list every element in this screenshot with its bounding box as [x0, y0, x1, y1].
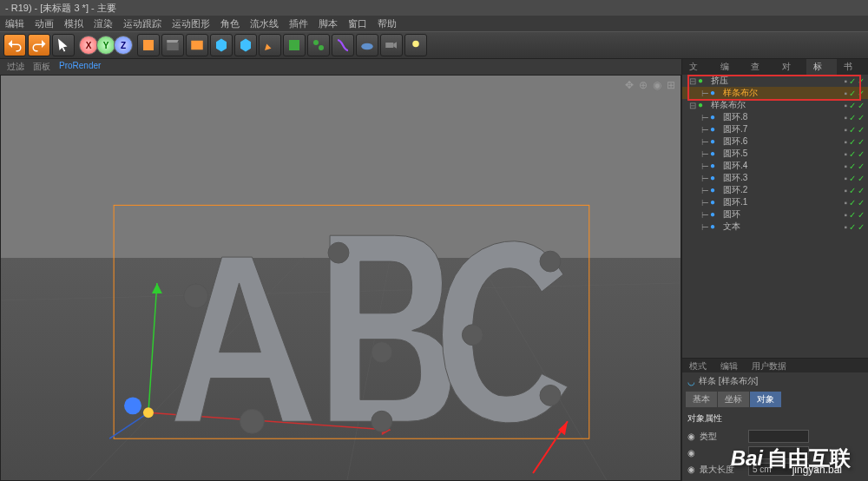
- tree-row[interactable]: ⊢●圆环.8▪✓✓: [682, 111, 868, 123]
- svg-marker-17: [152, 283, 162, 293]
- object-icon: ●: [698, 100, 708, 110]
- object-icon: ●: [710, 209, 720, 220]
- menu-item[interactable]: 动画: [35, 17, 54, 30]
- object-panel-tabs: 文件 编辑 查看 对象 标签 书签: [682, 59, 868, 75]
- clapper-button[interactable]: [161, 34, 184, 56]
- select-tool[interactable]: [52, 34, 75, 56]
- deform-button[interactable]: [332, 34, 354, 56]
- panel-tab[interactable]: 编辑: [713, 59, 745, 75]
- panel-tab[interactable]: 书签: [837, 59, 868, 75]
- svg-line-18: [109, 412, 148, 438]
- attr-header: ◡ 样条 [样条布尔]: [682, 372, 868, 390]
- attr-subtab[interactable]: 坐标: [718, 392, 749, 407]
- viewport-tabs: 过滤 面板 ProRender: [0, 59, 681, 75]
- svg-point-23: [328, 242, 349, 263]
- cube-button[interactable]: [210, 34, 233, 56]
- spline-icon: ◡: [687, 377, 695, 386]
- pen-button[interactable]: [259, 34, 281, 56]
- floor-button[interactable]: [356, 34, 378, 56]
- viewport-3d[interactable]: ✥ ⊕ ◉ ⊞: [0, 75, 681, 481]
- highlight-annotation: [687, 75, 861, 101]
- attr-tab[interactable]: 编辑: [713, 359, 745, 372]
- undo-button[interactable]: [3, 34, 26, 56]
- svg-point-21: [184, 284, 208, 308]
- viewport-tab[interactable]: ProRender: [59, 61, 101, 73]
- type-input[interactable]: [748, 430, 809, 443]
- object-tree[interactable]: ⊟●挤压▪✓✓⊢●样条布尔▪✓✓⊟●样条布尔▪✓✓⊢●圆环.8▪✓✓⊢●圆环.7…: [682, 75, 868, 358]
- tree-row[interactable]: ⊢●圆环▪✓✓: [682, 208, 868, 221]
- menu-item[interactable]: 模拟: [64, 17, 83, 30]
- svg-point-8: [412, 41, 419, 48]
- menu-item[interactable]: 角色: [220, 17, 240, 30]
- toolbar: X Y Z: [0, 31, 868, 59]
- tree-row[interactable]: ⊢●圆环.1▪✓✓: [682, 196, 868, 208]
- svg-rect-0: [143, 40, 154, 50]
- axis-z-button[interactable]: Z: [114, 36, 133, 55]
- panel-tab[interactable]: 标签: [806, 59, 838, 75]
- viewport-tab[interactable]: 过滤: [7, 61, 24, 73]
- viewport-container: 过滤 面板 ProRender ✥ ⊕ ◉ ⊞: [0, 59, 681, 481]
- array-button[interactable]: [307, 34, 330, 56]
- menu-item[interactable]: 脚本: [319, 17, 338, 30]
- tree-row[interactable]: ⊢●圆环.5▪✓✓: [682, 148, 868, 160]
- attr-tab[interactable]: 用户数据: [745, 359, 793, 372]
- attr-section-title: 对象属性: [687, 412, 863, 425]
- viewport-tab[interactable]: 面板: [33, 61, 50, 73]
- object-icon: ●: [710, 197, 720, 208]
- object-icon: ●: [710, 124, 720, 135]
- svg-point-26: [540, 251, 561, 272]
- svg-rect-1: [167, 43, 179, 50]
- attr-subtab[interactable]: 对象: [750, 392, 781, 407]
- tree-row[interactable]: ⊢●圆环.7▪✓✓: [682, 123, 868, 135]
- object-icon: ●: [710, 221, 720, 232]
- svg-point-24: [372, 342, 392, 363]
- tree-row[interactable]: ⊢●圆环.4▪✓✓: [682, 160, 868, 172]
- tree-row[interactable]: ⊢●圆环.6▪✓✓: [682, 135, 868, 148]
- render-button[interactable]: [137, 34, 160, 56]
- svg-line-16: [148, 283, 157, 412]
- panel-tab[interactable]: 查看: [744, 59, 775, 75]
- menu-item[interactable]: 插件: [289, 17, 308, 30]
- svg-rect-7: [385, 43, 393, 48]
- axis-x-button[interactable]: X: [79, 36, 98, 55]
- svg-point-22: [240, 409, 264, 433]
- title-bar: - R19) - [未标题 3 *] - 主要: [0, 0, 868, 16]
- viewport-scene: [1, 76, 681, 480]
- svg-point-20: [124, 397, 141, 414]
- tree-row[interactable]: ⊢●圆环.2▪✓✓: [682, 184, 868, 196]
- cube2-button[interactable]: [234, 34, 257, 56]
- panel-tab[interactable]: 文件: [682, 59, 713, 75]
- svg-point-5: [319, 45, 324, 50]
- menu-item[interactable]: 运动跟踪: [123, 17, 161, 30]
- watermark-sub: jingyan.bai: [792, 464, 842, 476]
- tree-row[interactable]: ⊢●圆环.3▪✓✓: [682, 172, 868, 184]
- attr-tab[interactable]: 模式: [682, 359, 713, 372]
- object-icon: ●: [710, 148, 720, 159]
- menu-item[interactable]: 窗口: [348, 17, 367, 30]
- svg-point-4: [313, 40, 319, 45]
- menu-bar: 编辑 动画 模拟 渲染 运动跟踪 运动图形 角色 流水线 插件 脚本 窗口 帮助: [0, 16, 868, 31]
- camera-button[interactable]: [380, 34, 403, 56]
- nurbs-button[interactable]: [283, 34, 306, 56]
- object-icon: ●: [710, 136, 720, 147]
- picture-button[interactable]: [186, 34, 208, 56]
- panel-tab[interactable]: 对象: [775, 59, 806, 75]
- menu-item[interactable]: 流水线: [250, 17, 279, 30]
- attr-label: 类型: [700, 431, 743, 443]
- svg-rect-3: [289, 40, 299, 50]
- svg-point-19: [143, 407, 154, 418]
- menu-item[interactable]: 帮助: [378, 17, 397, 30]
- light-button[interactable]: [404, 34, 427, 56]
- svg-point-25: [372, 411, 392, 432]
- menu-item[interactable]: 编辑: [5, 17, 24, 30]
- menu-item[interactable]: 渲染: [94, 17, 113, 30]
- menu-item[interactable]: 运动图形: [172, 17, 210, 30]
- attr-subtab[interactable]: 基本: [686, 392, 717, 407]
- axis-y-button[interactable]: Y: [96, 36, 115, 55]
- svg-point-28: [540, 385, 561, 405]
- tree-row[interactable]: ⊢●文本▪✓✓: [682, 221, 868, 233]
- svg-rect-2: [191, 41, 203, 50]
- redo-button[interactable]: [28, 34, 50, 56]
- tree-row[interactable]: ⊟●样条布尔▪✓✓: [682, 99, 868, 111]
- object-icon: ●: [710, 185, 720, 195]
